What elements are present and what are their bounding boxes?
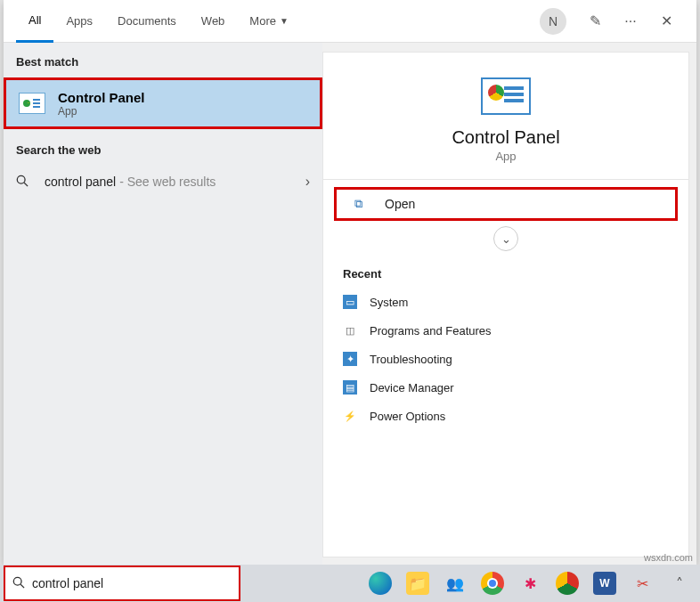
device-manager-icon: ▤	[343, 380, 357, 395]
feedback-icon[interactable]: ✎	[584, 12, 606, 29]
recent-troubleshooting[interactable]: ✦ Troubleshooting	[323, 345, 688, 373]
watermark: wsxdn.com	[644, 552, 693, 563]
open-label: Open	[385, 197, 415, 211]
search-input[interactable]	[32, 576, 239, 590]
edge-icon[interactable]	[369, 572, 392, 595]
web-results-hint: - See web results	[119, 175, 216, 189]
web-query-text: control panel	[45, 175, 116, 189]
preview-title: Control Panel	[323, 127, 688, 148]
svg-rect-2	[33, 102, 40, 104]
recent-heading: Recent	[323, 260, 688, 288]
results-pane: Best match Control Panel App Search the …	[4, 43, 322, 565]
file-explorer-icon[interactable]: 📁	[406, 572, 429, 595]
result-subtitle: App	[58, 105, 145, 118]
slack-icon[interactable]: ✱	[518, 572, 541, 595]
result-title: Control Panel	[58, 90, 145, 105]
preview-pane: Control Panel App ⧉ Open ⌄ Recent ▭ Syst…	[322, 52, 689, 557]
open-icon: ⧉	[354, 197, 372, 211]
taskbar: 📁 👥 ✱ W ✂ ˄	[0, 565, 700, 602]
preview-subtitle: App	[323, 150, 688, 163]
search-web-heading: Search the web	[4, 131, 322, 164]
best-match-heading: Best match	[4, 43, 322, 76]
tab-apps[interactable]: Apps	[53, 0, 105, 43]
best-match-result[interactable]: Control Panel App	[4, 77, 322, 129]
close-icon[interactable]: ✕	[655, 12, 677, 29]
chrome-canary-icon[interactable]	[556, 572, 579, 595]
troubleshoot-icon: ✦	[343, 352, 357, 366]
chevron-right-icon: ›	[305, 174, 310, 190]
teams-icon[interactable]: 👥	[444, 572, 467, 595]
tab-all[interactable]: All	[16, 0, 53, 43]
open-action[interactable]: ⧉ Open	[334, 187, 678, 221]
recent-system[interactable]: ▭ System	[323, 288, 688, 316]
chevron-down-icon: ▼	[280, 16, 289, 26]
tab-documents[interactable]: Documents	[105, 0, 189, 43]
power-icon: ⚡	[343, 409, 357, 423]
taskbar-tray: 📁 👥 ✱ W ✂ ˄	[369, 572, 700, 595]
system-icon: ▭	[343, 295, 357, 309]
recent-programs-features[interactable]: ◫ Programs and Features	[323, 316, 688, 345]
control-panel-icon	[19, 93, 45, 114]
svg-rect-1	[33, 99, 40, 101]
preview-hero: Control Panel App	[323, 53, 688, 179]
expand-actions-button[interactable]: ⌄	[493, 226, 518, 251]
svg-point-4	[17, 175, 25, 183]
programs-icon: ◫	[343, 323, 357, 338]
main-area: Best match Control Panel App Search the …	[4, 43, 696, 565]
tab-web[interactable]: Web	[189, 0, 238, 43]
svg-line-7	[20, 584, 24, 588]
recent-device-manager[interactable]: ▤ Device Manager	[323, 373, 688, 402]
search-icon	[5, 576, 32, 591]
web-search-row[interactable]: control panel - See web results ›	[4, 164, 322, 199]
chrome-icon[interactable]	[481, 572, 504, 595]
tray-chevron-up-icon[interactable]: ˄	[668, 572, 691, 595]
user-avatar[interactable]: N	[540, 8, 566, 35]
search-icon	[16, 175, 34, 190]
search-window: All Apps Documents Web More▼ N ✎ ··· ✕ B…	[4, 0, 696, 565]
svg-line-5	[24, 183, 28, 186]
tab-bar: All Apps Documents Web More▼ N ✎ ··· ✕	[4, 0, 696, 43]
tab-more[interactable]: More▼	[237, 0, 301, 43]
more-options-icon[interactable]: ···	[620, 13, 641, 29]
svg-point-6	[13, 577, 21, 585]
recent-power-options[interactable]: ⚡ Power Options	[323, 402, 688, 430]
control-panel-icon	[481, 77, 531, 115]
word-icon[interactable]: W	[593, 572, 616, 595]
taskbar-search-box[interactable]	[4, 565, 240, 601]
svg-rect-3	[33, 106, 40, 108]
snipping-tool-icon[interactable]: ✂	[631, 572, 654, 595]
